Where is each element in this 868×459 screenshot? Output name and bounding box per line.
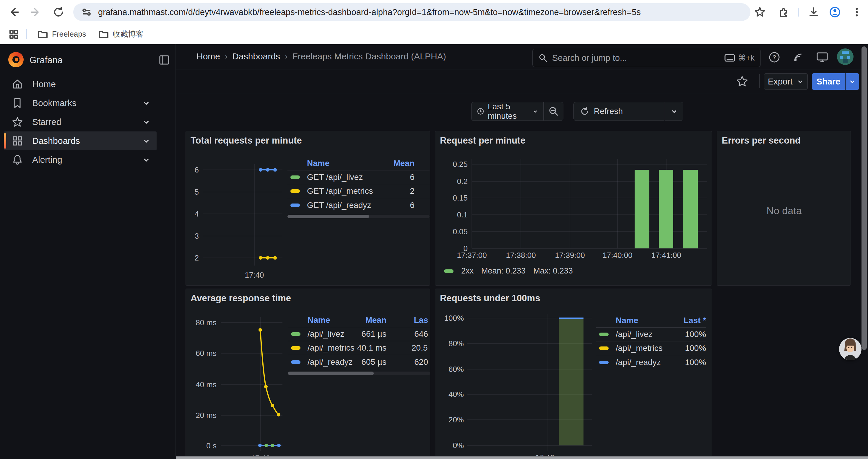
- series-color-pill: [599, 361, 609, 364]
- series-name[interactable]: /api/_livez: [308, 329, 344, 339]
- refresh-button[interactable]: Refresh: [574, 102, 664, 121]
- sidebar-item-bookmarks[interactable]: Bookmarks: [4, 94, 157, 112]
- y-tick: 0.15: [435, 193, 468, 203]
- legend-scrollbar[interactable]: [288, 371, 430, 375]
- y-tick: 40 ms: [186, 380, 217, 389]
- vertical-scrollbar[interactable]: [862, 46, 867, 350]
- display-icon[interactable]: [814, 50, 830, 65]
- series-color-pill: [599, 347, 609, 350]
- legend-row[interactable]: /api/_metrics 100%: [596, 341, 706, 355]
- breadcrumb: Home › Dashboards › Freeleaps Metrics Da…: [196, 52, 446, 61]
- legend-row[interactable]: GET /api/_livez 6: [287, 170, 430, 184]
- panel-title[interactable]: Errors per second: [722, 135, 801, 146]
- breadcrumb-dashboards[interactable]: Dashboards: [232, 52, 280, 61]
- legend-header-name[interactable]: Name: [308, 316, 330, 325]
- series-color-pill: [291, 360, 301, 364]
- profile-icon[interactable]: [829, 6, 841, 19]
- browser-menu-icon[interactable]: [850, 6, 863, 19]
- bookmark-star-icon[interactable]: [753, 6, 766, 19]
- legend-header-mean[interactable]: Mean: [393, 159, 414, 168]
- chevron-down-icon[interactable]: [143, 156, 150, 164]
- forward-button[interactable]: [30, 6, 42, 19]
- bookmark-folder-freeleaps[interactable]: Freeleaps: [34, 27, 90, 41]
- series-max: Max: 0.233: [533, 266, 573, 275]
- bookmark-folder-blogs[interactable]: 收藏博客: [95, 27, 148, 42]
- legend-row[interactable]: GET /api/_readyz 6: [287, 198, 430, 212]
- bookmarks-bar: Freeleaps 收藏博客: [0, 24, 868, 44]
- reload-button[interactable]: [52, 6, 65, 19]
- legend-header-last[interactable]: Las: [411, 316, 428, 325]
- extensions-icon[interactable]: [777, 6, 790, 19]
- address-bar[interactable]: grafana.mathmast.com/d/deytv4rwavabkb/fr…: [73, 3, 750, 21]
- panel-requests-per-minute[interactable]: Request per minute 0.25 0.2 0.15 0.1: [435, 131, 712, 286]
- legend-row[interactable]: /api/_readyz 100%: [596, 355, 706, 369]
- series-last: 100%: [685, 330, 706, 339]
- search-input[interactable]: Search or jump to... ⌘+k: [532, 49, 761, 67]
- legend-header-last[interactable]: Last *: [684, 316, 706, 325]
- site-settings-icon[interactable]: [82, 7, 92, 17]
- sidebar-item-starred[interactable]: Starred: [4, 112, 157, 131]
- share-button[interactable]: Share: [812, 73, 845, 90]
- brand-title: Grafana: [30, 55, 63, 66]
- assistant-avatar[interactable]: [839, 338, 862, 360]
- panel-requests-under-100ms[interactable]: Requests under 100ms 100% 80% 60% 40% 20…: [435, 289, 712, 459]
- series-name[interactable]: /api/_readyz: [616, 358, 661, 367]
- y-tick: 20 ms: [186, 411, 217, 420]
- panel-average-response-time[interactable]: Average response time 80 ms 60: [186, 289, 430, 459]
- favorite-star-icon[interactable]: [736, 75, 749, 89]
- sidebar-item-label: Dashboards: [32, 136, 143, 146]
- series-name[interactable]: /api/_readyz: [308, 357, 353, 367]
- x-tick: 17:40:00: [602, 251, 632, 260]
- legend-header-mean[interactable]: Mean: [364, 316, 386, 325]
- legend-row[interactable]: /api/_livez 100%: [596, 328, 706, 341]
- panel-errors-per-second[interactable]: Errors per second No data: [717, 131, 851, 286]
- downloads-icon[interactable]: [807, 6, 820, 19]
- breadcrumb-home[interactable]: Home: [196, 52, 220, 61]
- sidebar-item-dashboards[interactable]: Dashboards: [4, 131, 157, 150]
- legend-row[interactable]: /api/_readyz 605 µs 620: [288, 355, 430, 369]
- series-name[interactable]: /api/_metrics: [308, 343, 354, 353]
- user-avatar[interactable]: [837, 48, 854, 65]
- sidebar-item-alerting[interactable]: Alerting: [4, 150, 157, 169]
- legend-row[interactable]: 2xx Mean: 0.233 Max: 0.233: [444, 266, 573, 275]
- chevron-down-icon[interactable]: [143, 137, 150, 145]
- url-text[interactable]: grafana.mathmast.com/d/deytv4rwavabkb/fr…: [98, 7, 641, 17]
- y-tick: 0.25: [435, 160, 468, 169]
- chevron-down-icon[interactable]: [143, 99, 150, 107]
- zoom-out-button[interactable]: [544, 102, 563, 121]
- help-icon[interactable]: ?: [767, 50, 782, 65]
- legend-header-name[interactable]: Name: [307, 159, 330, 168]
- apps-grid-icon[interactable]: [9, 29, 19, 39]
- chevron-down-icon: [797, 78, 804, 85]
- series-name[interactable]: GET /api/_livez: [307, 172, 363, 182]
- zoom-out-icon: [548, 106, 559, 117]
- series-name[interactable]: 2xx: [461, 266, 473, 275]
- refresh-interval-dropdown[interactable]: [665, 102, 683, 121]
- legend-scrollbar[interactable]: [287, 215, 430, 218]
- series-name[interactable]: /api/_livez: [616, 330, 653, 339]
- y-tick: 6: [186, 165, 199, 174]
- chevron-down-icon[interactable]: [143, 118, 150, 126]
- time-range-picker[interactable]: Last 5 minutes: [471, 102, 544, 121]
- breadcrumb-current: Freeleaps Metrics Dashboard (ALPHA): [292, 52, 446, 61]
- legend-header-name[interactable]: Name: [616, 316, 638, 325]
- export-button[interactable]: Export: [764, 73, 808, 90]
- y-tick: 0 s: [186, 441, 217, 451]
- back-button[interactable]: [7, 6, 20, 19]
- horizontal-scrollbar[interactable]: [176, 456, 868, 459]
- share-dropdown-button[interactable]: [845, 73, 859, 90]
- dock-sidebar-icon[interactable]: [158, 54, 170, 67]
- legend-row[interactable]: GET /api/_metrics 2: [287, 184, 430, 198]
- series-name[interactable]: /api/_metrics: [616, 343, 663, 353]
- panel-total-requests[interactable]: Total requests per minute 6 5 4 3 2 17:4…: [186, 131, 430, 286]
- search-placeholder: Search or jump to...: [552, 53, 720, 63]
- sidebar-item-home[interactable]: Home: [4, 75, 157, 94]
- legend-row[interactable]: /api/_livez 661 µs 646: [288, 327, 430, 341]
- sidebar-item-label: Bookmarks: [32, 98, 143, 108]
- news-rss-icon[interactable]: [790, 50, 806, 65]
- series-mean: 605 µs: [352, 357, 386, 367]
- legend-row[interactable]: /api/_metrics 40.1 ms 20.5 r: [288, 341, 430, 355]
- grafana-logo[interactable]: [8, 52, 24, 67]
- series-name[interactable]: GET /api/_readyz: [307, 201, 371, 210]
- series-name[interactable]: GET /api/_metrics: [307, 186, 373, 196]
